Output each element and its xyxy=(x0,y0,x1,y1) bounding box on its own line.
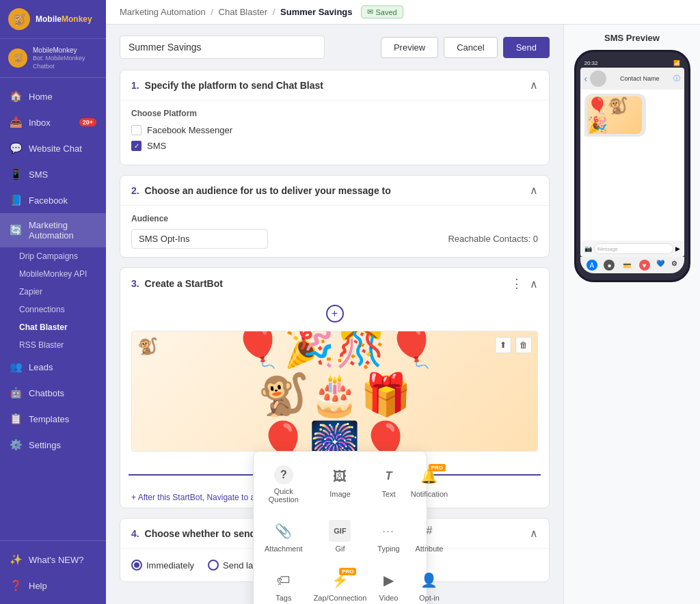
sms-icon: 📱 xyxy=(10,168,22,180)
phone-back-icon[interactable]: ‹ xyxy=(584,73,588,84)
user-profile[interactable]: 🐒 MobileMonkey Bot: MobileMonkey Chatbot xyxy=(0,39,106,78)
campaign-title-input[interactable] xyxy=(120,36,325,59)
add-top-button[interactable]: + xyxy=(326,305,344,322)
section-2-title: 2. Choose an audience for us to deliver … xyxy=(131,185,391,196)
section-1-body: Choose Platform Facebook Messenger ✓ SMS xyxy=(120,100,549,165)
image-insert-icon: 🖼 xyxy=(329,465,351,487)
popup-gif[interactable]: GIF Gif xyxy=(311,514,370,558)
sms-preview-panel: SMS Preview 20:32 📶 ‹ Contact Name ⓘ 🎈🐒🎉 xyxy=(563,25,700,604)
popup-attachment[interactable]: 📎 Attachment xyxy=(262,514,306,558)
video-icon: ▶ xyxy=(378,569,400,591)
section-4-toggle[interactable]: ∧ xyxy=(530,527,538,540)
subnav-zapier[interactable]: Zapier xyxy=(19,283,106,301)
section-3-header: 3. Create a StartBot ⋮ ∧ xyxy=(120,268,549,299)
section-2-audience: 2. Choose an audience for us to deliver … xyxy=(120,175,550,258)
section-1-title: 1. Specify the platform to send Chat Bla… xyxy=(131,80,323,91)
platform-facebook[interactable]: Facebook Messenger xyxy=(131,125,538,135)
audience-select[interactable]: SMS Opt-Ins xyxy=(131,229,268,249)
sidebar-item-inbox[interactable]: 📥 Inbox 20+ xyxy=(0,109,106,135)
popup-optin[interactable]: 👤 Opt-in xyxy=(408,564,450,604)
popup-typing[interactable]: ··· Typing xyxy=(375,514,402,558)
sidebar-item-website-chat[interactable]: 💬 Website Chat xyxy=(0,135,106,161)
action1-icon[interactable]: ● xyxy=(604,260,615,271)
section-1-toggle[interactable]: ∧ xyxy=(530,79,538,92)
logo-area: 🐒 MobileMonkey xyxy=(0,0,106,39)
breadcrumb-chat-blaster[interactable]: Chat Blaster xyxy=(219,7,268,17)
phone-input-area: 📷 iMessage ▶ xyxy=(580,241,684,257)
content-insert-popup: ? Quick Question 🖼 Image T Text 🔔 PRO No… xyxy=(253,451,427,604)
inbox-icon: 📥 xyxy=(10,116,22,128)
send-icon[interactable]: ▶ xyxy=(675,245,680,252)
subnav-rss-blaster[interactable]: RSS Blaster xyxy=(19,336,106,354)
action5-icon[interactable]: ⚙ xyxy=(671,260,677,271)
image-placeholder: 🐒 🎈🎉🎊🎈 🐒🎂🎁 🎈🎆🎈 xyxy=(132,331,537,451)
action2-icon[interactable]: 💳 xyxy=(621,260,632,271)
popup-video[interactable]: ▶ Video xyxy=(375,564,402,604)
breadcrumb-marketing[interactable]: Marketing Automation xyxy=(120,7,206,17)
phone-body: 🎈🐒🎉 xyxy=(580,90,684,241)
quick-question-icon: ? xyxy=(274,465,293,484)
subnav-connections[interactable]: Connections xyxy=(19,301,106,318)
move-tool-button[interactable]: ⬆ xyxy=(495,337,511,353)
typing-icon: ··· xyxy=(378,520,400,542)
section-2-toggle[interactable]: ∧ xyxy=(530,184,538,197)
sidebar-item-sms[interactable]: 📱 SMS xyxy=(0,161,106,187)
platform-sms[interactable]: ✓ SMS xyxy=(131,141,538,151)
popup-image[interactable]: 🖼 Image xyxy=(311,460,370,509)
gif-icon: GIF xyxy=(329,520,351,542)
action3-icon[interactable]: ♥ xyxy=(639,260,650,271)
radio-send-later-circle[interactable] xyxy=(208,560,219,571)
subnav-chat-blaster[interactable]: Chat Blaster xyxy=(19,318,106,336)
sidebar-item-help[interactable]: ❓ Help xyxy=(0,573,106,599)
optin-icon: 👤 xyxy=(418,569,440,591)
saved-badge: ✉ Saved xyxy=(361,5,403,18)
camera-icon[interactable]: 📷 xyxy=(584,245,592,252)
popup-zap[interactable]: ⚡ PRO Zap/Connection xyxy=(311,564,370,604)
monkey-icon: 🐒 xyxy=(137,337,158,356)
preview-button[interactable]: Preview xyxy=(381,37,438,58)
popup-quick-question[interactable]: ? Quick Question xyxy=(262,460,306,509)
sidebar-item-templates[interactable]: 📋 Templates xyxy=(0,406,106,432)
subnav-api[interactable]: MobileMonkey API xyxy=(19,265,106,283)
section-1-platform: 1. Specify the platform to send Chat Bla… xyxy=(120,70,550,165)
popup-attribute[interactable]: # Attribute xyxy=(408,514,450,558)
breadcrumb: Marketing Automation / Chat Blaster / Su… xyxy=(120,7,353,17)
contact-name: Contact Name xyxy=(609,75,670,82)
delete-tool-button[interactable]: 🗑 xyxy=(515,337,532,353)
sidebar-item-settings[interactable]: ⚙️ Settings xyxy=(0,432,106,458)
section-3-toggle[interactable]: ∧ xyxy=(530,277,538,290)
appstore-icon[interactable]: A xyxy=(587,260,597,271)
popup-tags[interactable]: 🏷 Tags xyxy=(262,564,306,604)
message-image: 🎈🐒🎉 xyxy=(587,96,642,134)
sidebar-item-whats-new[interactable]: ✨ What's NEW? xyxy=(0,547,106,573)
radio-immediately-circle[interactable] xyxy=(131,560,142,571)
main-nav: 🏠 Home 📥 Inbox 20+ 💬 Website Chat 📱 SMS … xyxy=(0,78,106,540)
sidebar-item-facebook[interactable]: 📘 Facebook xyxy=(0,187,106,213)
dots-menu-icon[interactable]: ⋮ xyxy=(511,276,523,291)
popup-notification[interactable]: 🔔 PRO Notification xyxy=(408,460,450,509)
sidebar-item-marketing[interactable]: 🔄 Marketing Automation xyxy=(0,213,106,247)
radio-immediately[interactable]: Immediately xyxy=(131,560,194,571)
reachable-contacts: Reachable Contacts: 0 xyxy=(448,234,538,244)
phone-action-bar: A ● 💳 ♥ 💙 ⚙ xyxy=(580,257,684,273)
popup-text[interactable]: T Text xyxy=(375,460,402,509)
saved-check-icon: ✉ xyxy=(367,8,373,16)
sms-checkbox[interactable]: ✓ xyxy=(131,141,142,151)
section-3-title: 3. Create a StartBot xyxy=(131,278,223,289)
sidebar-item-chatbots[interactable]: 🤖 Chatbots xyxy=(0,380,106,406)
facebook-checkbox[interactable] xyxy=(131,125,142,135)
message-input[interactable]: iMessage xyxy=(594,243,673,254)
marketing-icon: 🔄 xyxy=(10,224,22,236)
text-insert-icon: T xyxy=(378,465,400,487)
image-tools: ⬆ 🗑 xyxy=(495,337,532,353)
phone-frame: 20:32 📶 ‹ Contact Name ⓘ 🎈🐒🎉 📷 xyxy=(574,50,690,282)
sidebar-item-home[interactable]: 🏠 Home xyxy=(0,83,106,109)
action4-icon[interactable]: 💙 xyxy=(656,260,664,271)
cancel-button[interactable]: Cancel xyxy=(444,37,497,58)
subnav-drip[interactable]: Drip Campaigns xyxy=(19,247,106,265)
sidebar-item-leads[interactable]: 👥 Leads xyxy=(0,354,106,380)
add-block-top: + xyxy=(120,299,549,328)
phone-info-icon[interactable]: ⓘ xyxy=(673,74,680,83)
chatbots-icon: 🤖 xyxy=(10,387,22,399)
send-button[interactable]: Send xyxy=(503,37,550,58)
